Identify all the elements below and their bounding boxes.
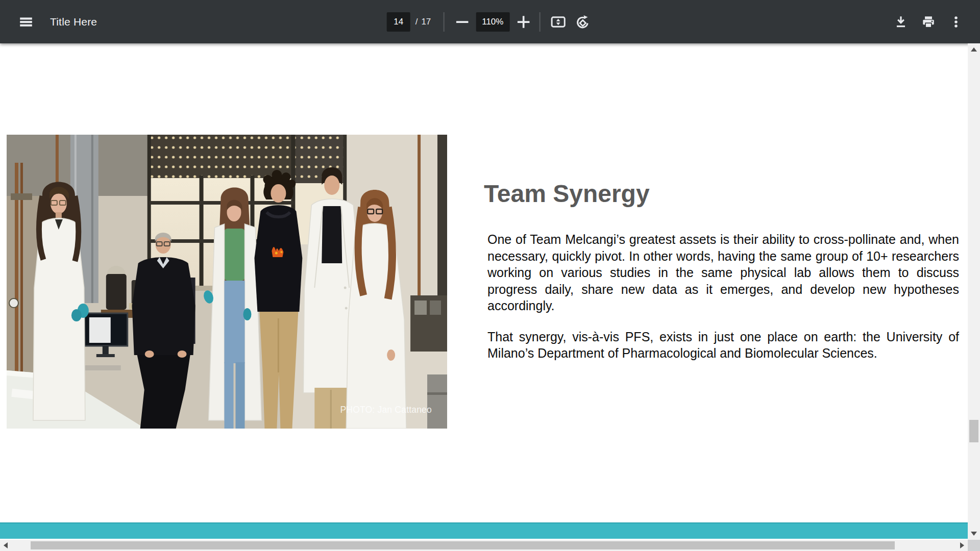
toolbar-right	[890, 0, 967, 43]
scroll-right-icon	[960, 542, 964, 548]
toolbar-left: Title Here	[15, 0, 97, 43]
scroll-left-button[interactable]	[0, 540, 11, 551]
paragraph: That synergy, vis-à-vis PFS, exists in j…	[487, 329, 959, 362]
more-options-icon	[948, 14, 964, 30]
print-icon	[921, 14, 936, 30]
vertical-scrollbar-thumb[interactable]	[969, 420, 978, 442]
zoom-in-icon	[516, 14, 531, 30]
zoom-out-button[interactable]	[451, 11, 473, 33]
scroll-up-icon	[971, 47, 977, 52]
print-button[interactable]	[918, 11, 939, 33]
download-button[interactable]	[890, 11, 912, 33]
zoom-in-button[interactable]	[512, 11, 534, 33]
fit-page-button[interactable]	[547, 11, 569, 33]
team-photo: PHOTO: Jan Cattaneo	[7, 135, 447, 429]
person-researcher-1	[33, 182, 89, 421]
rotate-counterclockwise-button[interactable]	[572, 11, 593, 33]
horizontal-scrollbar[interactable]	[0, 540, 968, 551]
page-accent-bar	[0, 522, 968, 539]
menu-button[interactable]	[15, 11, 37, 33]
page-title: Team Synergy	[484, 180, 650, 208]
download-icon	[893, 14, 909, 30]
scroll-down-button[interactable]	[968, 528, 980, 540]
page-divider: /	[415, 17, 418, 27]
vertical-scrollbar[interactable]	[968, 43, 980, 540]
pdf-toolbar: Title Here / 17	[0, 0, 980, 43]
document-title: Title Here	[50, 16, 97, 28]
scrollbar-corner	[968, 540, 980, 551]
scroll-down-icon	[971, 532, 977, 536]
pdf-page: PHOTO: Jan Cattaneo Team Synergy One of …	[0, 43, 968, 540]
toolbar-center: / 17	[387, 0, 594, 43]
page-count: / 17	[415, 17, 431, 27]
paragraph: One of Team Melcangi’s greatest assets i…	[487, 231, 959, 314]
toolbar-separator	[539, 12, 540, 32]
more-options-button[interactable]	[945, 11, 967, 33]
toolbar-separator	[443, 12, 444, 32]
rotate-ccw-icon	[574, 14, 591, 30]
total-pages: 17	[421, 17, 431, 27]
team-photo-illustration	[7, 135, 447, 429]
photo-credit: PHOTO: Jan Cattaneo	[340, 405, 432, 415]
menu-icon	[18, 14, 34, 30]
fit-page-icon	[550, 14, 566, 30]
scroll-left-icon	[4, 542, 8, 548]
scroll-right-button[interactable]	[957, 540, 968, 551]
zoom-out-icon	[454, 14, 470, 30]
zoom-level-input[interactable]	[476, 12, 509, 32]
horizontal-scrollbar-thumb[interactable]	[31, 541, 895, 549]
body-text: One of Team Melcangi’s greatest assets i…	[487, 231, 959, 362]
page-number-input[interactable]	[387, 12, 410, 32]
pdf-viewer: Title Here / 17	[0, 0, 980, 551]
scroll-up-button[interactable]	[968, 43, 980, 56]
